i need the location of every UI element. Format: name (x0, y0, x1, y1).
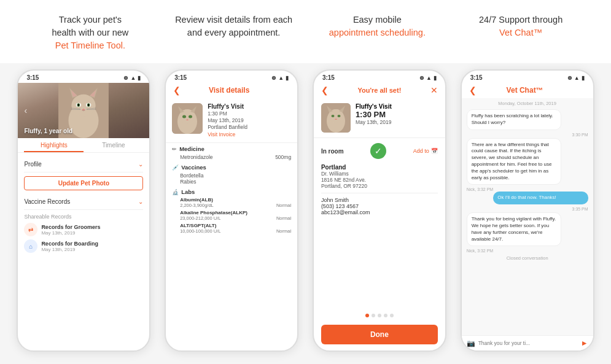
vaccines-header: 💉 Vaccines (172, 164, 291, 171)
visit-invoice-link[interactable]: Visit Invoice (208, 131, 247, 137)
lab3-status: Normal (276, 228, 291, 234)
confirm-visit-title: Fluffy's Visit (356, 103, 392, 110)
done-button[interactable]: Done (321, 325, 438, 344)
dot-5 (390, 314, 394, 317)
tab-timeline[interactable]: Timeline (84, 138, 143, 152)
phone4-time: 3:15 (470, 74, 483, 81)
signal-icon: ▲ (130, 75, 136, 81)
wifi-icon3: ⊛ (419, 75, 424, 81)
calendar-icon: 📅 (431, 148, 438, 154)
vaccine-records-section[interactable]: Vaccine Records ⌄ (24, 194, 143, 210)
update-pet-photo-button[interactable]: Update Pet Photo (24, 176, 143, 190)
profile-section[interactable]: Profile ⌄ (24, 157, 143, 172)
svg-point-11 (78, 104, 79, 106)
confirm-body: In room ✓ Add to 📅 Portland Dr. Williams… (314, 138, 445, 310)
vaccine-icon: 💉 (172, 165, 179, 171)
svg-point-31 (331, 115, 334, 117)
patient-email: abc123@email.com (321, 209, 438, 215)
lab3-range-row: 10,000-100,000 U/L Normal (180, 228, 291, 234)
vaccine-item-1: Bordetella (172, 172, 291, 179)
location-address: 1816 NE 82nd Ave. (321, 177, 438, 183)
phone1-status-bar: 3:15 ⊛ ▲ ▮ (18, 71, 149, 83)
phone4-header-title: Vet Chat™ (507, 86, 543, 95)
phone2-header: ❮ Visit details (166, 83, 297, 98)
feature-4-accent: Vet Chat™ (499, 28, 542, 37)
feature-1-text: Track your pet'shealth with our new (52, 15, 128, 37)
feature-visit-details: Review visit details from each and every… (163, 14, 305, 52)
svg-point-2 (72, 95, 96, 117)
lab2-range-row: 23,000-212,000 U/L Normal (180, 215, 291, 221)
phone2-status-icons: ⊛ ▲ ▮ (271, 75, 289, 81)
phone-visit-details: 3:15 ⊛ ▲ ▮ ❮ Visit details (165, 69, 298, 352)
boarding-label: Records for Boarding (41, 241, 98, 247)
phone4-header: ❮ Vet Chat™ (462, 83, 593, 98)
medicine-title: Medicine (179, 145, 204, 152)
phone2-body: ✏ Medicine Metronidazole 500mg 💉 Vaccine… (166, 143, 297, 350)
profile-label: Profile (24, 161, 41, 168)
vaccine-chevron-icon: ⌄ (138, 198, 143, 205)
confirm-dots (314, 310, 445, 321)
chat-closed-label: Closed conversation (467, 255, 588, 261)
confirm-visit-date: May 13th, 2019 (356, 119, 392, 125)
shareable-title: Shareable Records (24, 214, 143, 220)
phone4-back-icon[interactable]: ❮ (469, 85, 477, 95)
chat-input-bar: 📷 ► (462, 335, 593, 350)
confirm-cat-img (321, 103, 351, 133)
chat-time-2: 3:35 PM (467, 207, 588, 211)
send-icon[interactable]: ► (581, 339, 588, 347)
lab-item-2: Alkaline Phosphatase(ALKP) 23,000-212,00… (172, 210, 291, 221)
lab2-range: 23,000-212,000 U/L (180, 215, 220, 221)
dot-2 (372, 314, 375, 317)
feature-pet-timeline: Track your pet'shealth with our new Pet … (20, 14, 161, 52)
confirm-card: Fluffy's Visit 1:30 PM May 13th, 2019 (314, 98, 445, 138)
boarding-icon: ⌂ (24, 239, 37, 253)
shareable-groomers[interactable]: ⇄ Records for Groomers May 13th, 2019 (24, 223, 143, 236)
medicine-name: Metronidazole (180, 154, 212, 160)
lab-item-1: Albumin(ALB) 2,200-3,900g/dL Normal (172, 197, 291, 208)
feature-3-text: Easy mobile (353, 15, 402, 25)
phone2-back-icon[interactable]: ❮ (173, 85, 181, 95)
phone1-tabs: Highlights Timeline (18, 138, 149, 153)
chat-sender-2: Nick, 3:32 PM (467, 187, 588, 192)
phone-confirmation: 3:15 ⊛ ▲ ▮ ❮ You're all set! ✕ (313, 69, 446, 352)
phones-row: 3:15 ⊛ ▲ ▮ (0, 63, 611, 364)
chat-msg-1: Fluffy has been scratching a lot lately.… (467, 109, 561, 130)
chat-body: Monday, October 11th, 2019 Fluffy has be… (462, 98, 593, 335)
medicine-item: Metronidazole 500mg (172, 154, 291, 160)
pet-name-label: Fluffy, 1 year old (24, 128, 72, 134)
chat-date: Monday, October 11th, 2019 (467, 101, 588, 106)
camera-icon[interactable]: 📷 (467, 339, 475, 347)
add-to-calendar[interactable]: Add to 📅 (413, 148, 438, 154)
visit-date: May 13th, 2019 (208, 117, 247, 123)
phone1-body: Profile ⌄ Update Pet Photo Vaccine Recor… (18, 153, 149, 350)
visit-card: Fluffy's Visit 1:30 PM May 13th, 2019 Po… (166, 98, 297, 143)
wifi-icon: ⊛ (123, 75, 128, 81)
confirm-visit-info: Fluffy's Visit 1:30 PM May 13th, 2019 (356, 103, 392, 125)
visit-cat-img (172, 103, 203, 134)
tab-highlights[interactable]: Highlights (24, 138, 84, 152)
medicine-section: ✏ Medicine Metronidazole 500mg (172, 145, 291, 160)
back-arrow-icon[interactable]: ‹ (24, 106, 27, 115)
labs-section: 🔬 Labs Albumin(ALB) 2,200-3,900g/dL Norm… (172, 188, 291, 234)
chat-input[interactable] (478, 340, 578, 346)
phone1-hero-overlay: Fluffy, 1 year old (18, 122, 149, 138)
phone3-header-title: You're all set! (357, 87, 401, 94)
shareable-boarding[interactable]: ⌂ Records for Boarding May 13th, 2019 (24, 239, 143, 253)
battery-icon: ▮ (138, 75, 141, 81)
phone3-back-icon[interactable]: ❮ (321, 85, 329, 95)
vaccines-title: Vaccines (181, 164, 206, 171)
signal-icon2: ▲ (278, 75, 284, 81)
battery-icon4: ▮ (582, 75, 585, 81)
location-doctor: Dr. Williams (321, 171, 438, 177)
svg-point-32 (337, 115, 340, 117)
lab1-range: 2,200-3,900g/dL (180, 203, 214, 208)
phone3-time: 3:15 (322, 74, 335, 81)
svg-point-23 (182, 115, 186, 118)
vaccine-bordetella: Bordetella (180, 172, 203, 179)
lab3-range: 10,000-100,000 U/L (180, 228, 220, 234)
check-circle-icon: ✓ (370, 143, 386, 159)
location-section: Portland Dr. Williams 1816 NE 82nd Ave. … (321, 164, 438, 193)
visit-card-info: Fluffy's Visit 1:30 PM May 13th, 2019 Po… (208, 103, 247, 137)
phone3-close-icon[interactable]: ✕ (430, 85, 438, 95)
medicine-value: 500mg (275, 154, 291, 160)
